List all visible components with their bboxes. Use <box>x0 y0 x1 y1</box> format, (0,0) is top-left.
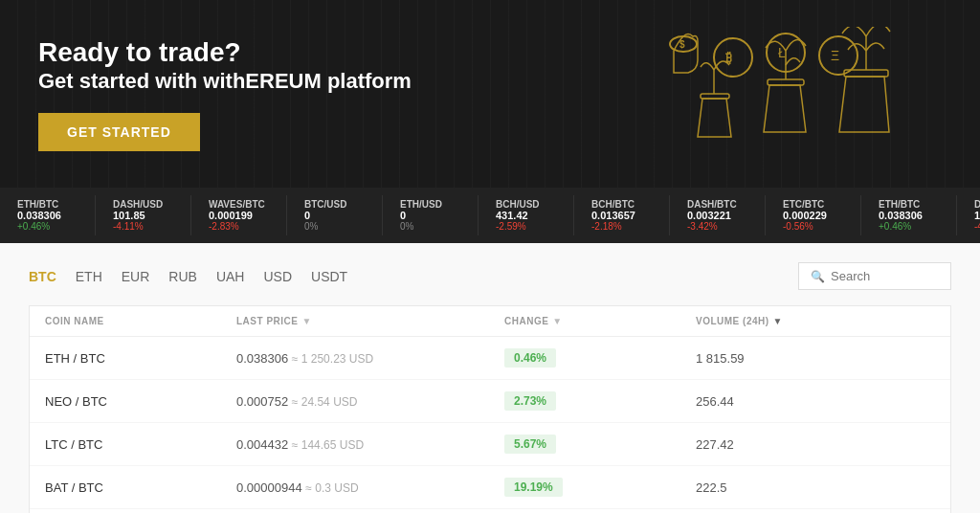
cell-price-approx: ≈ 1 250.23 USD <box>292 352 373 366</box>
ticker-item: ETC/BTC 0.000229 -0.56% <box>766 195 861 235</box>
cell-coin: BAT / BTC <box>45 480 236 495</box>
ticker-pair: BCH/BTC <box>591 199 652 210</box>
cell-coin: NEO / BTC <box>45 394 236 409</box>
ticker-item: ETH/BTC 0.038306 +0.46% <box>0 195 96 235</box>
cell-price-approx: ≈ 0.3 USD <box>305 481 358 495</box>
search-icon: 🔍 <box>811 270 825 283</box>
table-header: COIN NAMELAST PRICE ▼CHANGE ▼VOLUME (24H… <box>30 306 950 337</box>
ticker-item: DASH/BTC 0.003221 -3.42% <box>670 195 766 235</box>
cell-coin: LTC / BTC <box>45 437 236 452</box>
cell-price-approx: ≈ 24.54 USD <box>292 395 358 409</box>
svg-point-2 <box>714 38 752 77</box>
cell-change-badge: 0.46% <box>504 348 556 368</box>
cell-price-approx: ≈ 144.65 USD <box>292 438 364 452</box>
ticker-change: -2.59% <box>496 221 556 232</box>
ticker-pair: DASH/USD <box>974 199 980 210</box>
ticker-item: WAVES/BTC 0.000199 -2.83% <box>191 195 287 235</box>
ticker-change: -2.83% <box>209 221 269 232</box>
coin-table: COIN NAMELAST PRICE ▼CHANGE ▼VOLUME (24H… <box>29 305 951 513</box>
table-row[interactable]: BAT / BTC 0.00000944 ≈ 0.3 USD 19.19% 22… <box>30 466 950 509</box>
table-wrapper[interactable]: ETH / BTC 0.038306 ≈ 1 250.23 USD 0.46% … <box>30 337 950 513</box>
cell-change: 2.73% <box>504 391 696 411</box>
table-row[interactable]: ETH / BTC 0.038306 ≈ 1 250.23 USD 0.46% … <box>30 337 950 380</box>
tab-usd[interactable]: USD <box>263 265 292 288</box>
cell-volume: 222.5 <box>696 480 935 495</box>
th-change[interactable]: CHANGE ▼ <box>504 316 696 326</box>
sort-icon: ▼ <box>552 316 562 326</box>
hero-subtitle-suffix: platform <box>322 69 412 93</box>
tab-rub[interactable]: RUB <box>168 265 197 288</box>
hero-banner: Ready to trade? Get started with withERE… <box>0 0 980 188</box>
hero-left: Ready to trade? Get started with withERE… <box>38 36 412 151</box>
tab-usdt[interactable]: USDT <box>311 265 347 288</box>
ticker-pair: DASH/USD <box>113 199 173 210</box>
ticker-price: 431.42 <box>496 210 556 221</box>
tab-eth[interactable]: ETH <box>76 265 102 288</box>
ticker-change: -4.11% <box>113 221 173 232</box>
cell-change: 0.46% <box>504 348 696 368</box>
hero-subtitle-prefix: Get started with <box>38 69 203 93</box>
table-row[interactable]: NEO / BTC 0.000752 ≈ 24.54 USD 2.73% 256… <box>30 380 950 423</box>
ticker-price: 0.000229 <box>783 210 843 221</box>
svg-text:Ł: Ł <box>778 45 786 60</box>
cell-change: 5.67% <box>504 435 696 454</box>
ticker-item: BCH/BTC 0.013657 -2.18% <box>574 195 670 235</box>
ticker-price: 0.003221 <box>687 210 747 221</box>
search-input[interactable] <box>831 269 939 283</box>
ticker-price: 0.038306 <box>879 210 939 221</box>
ticker-pair: ETH/BTC <box>879 199 939 210</box>
hero-illustration: $ ₿ Ł Ξ <box>635 27 942 161</box>
ticker-item: ETH/BTC 0.038306 +0.46% <box>861 195 957 235</box>
cell-price: 0.004432 ≈ 144.65 USD <box>236 437 504 452</box>
sort-icon: ▼ <box>773 316 783 326</box>
ticker-item: BTC/USD 0 0% <box>287 195 383 235</box>
ticker-item: BCH/USD 431.42 -2.59% <box>479 195 574 235</box>
table-row[interactable]: LTC / BTC 0.004432 ≈ 144.65 USD 5.67% 22… <box>30 423 950 466</box>
th-volume----h-[interactable]: VOLUME (24H) ▼ <box>696 316 935 326</box>
ticker-bar: ETH/BTC 0.038306 +0.46% DASH/USD 101.85 … <box>0 188 980 243</box>
cell-price: 0.000752 ≈ 24.54 USD <box>236 394 504 409</box>
cell-change-badge: 5.67% <box>504 435 556 454</box>
ticker-change: -4.11% <box>974 221 980 232</box>
ticker-price: 0.000199 <box>209 210 269 221</box>
ticker-price: 0.038306 <box>17 210 78 221</box>
tab-btc[interactable]: BTC <box>29 265 56 288</box>
ticker-price: 101.85 <box>113 210 173 221</box>
tabs-container: BTCETHEURRUBUAHUSDUSDT <box>29 265 347 288</box>
get-started-button[interactable]: GET STARTED <box>38 113 200 151</box>
tab-uah[interactable]: UAH <box>216 265 245 288</box>
tab-bar: BTCETHEURRUBUAHUSDUSDT 🔍 <box>29 262 951 290</box>
ticker-price: 101.85 <box>974 210 980 221</box>
ticker-pair: WAVES/BTC <box>209 199 269 210</box>
ticker-change: 0% <box>304 221 365 232</box>
svg-rect-10 <box>768 79 804 85</box>
tab-eur[interactable]: EUR <box>122 265 150 288</box>
ticker-price: 0 <box>304 210 365 221</box>
main-content: BTCETHEURRUBUAHUSDUSDT 🔍 COIN NAMELAST P… <box>0 243 980 513</box>
ticker-item: ETH/USD 0 0% <box>383 195 479 235</box>
table-row[interactable]: XLM / BTC 0.00000856 ≈ 0.27 USD 0.35% 15… <box>30 509 950 513</box>
ticker-pair: ETC/BTC <box>783 199 843 210</box>
cell-price: 0.00000944 ≈ 0.3 USD <box>236 480 504 495</box>
svg-text:Ξ: Ξ <box>831 48 839 63</box>
hero-subtitle: Get started with withEREUM platform <box>38 69 412 94</box>
cell-price: 0.038306 ≈ 1 250.23 USD <box>236 351 504 366</box>
hero-brand: withEREUM <box>203 69 321 93</box>
cell-change-badge: 19.19% <box>504 478 563 497</box>
ticker-change: +0.46% <box>17 221 78 232</box>
cell-volume: 256.44 <box>696 394 935 409</box>
ticker-item: DASH/USD 101.85 -4.11% <box>96 195 191 235</box>
cell-change: 19.19% <box>504 478 696 497</box>
ticker-change: -2.18% <box>591 221 652 232</box>
cell-volume: 227.42 <box>696 437 935 452</box>
ticker-price: 0.013657 <box>591 210 652 221</box>
ticker-change: +0.46% <box>879 221 939 232</box>
ticker-pair: ETH/BTC <box>17 199 78 210</box>
cell-coin: ETH / BTC <box>45 351 236 366</box>
ticker-pair: BCH/USD <box>496 199 556 210</box>
search-box[interactable]: 🔍 <box>798 262 951 290</box>
ticker-change: 0% <box>400 221 460 232</box>
th-coin-name: COIN NAME <box>45 316 236 326</box>
table-body: ETH / BTC 0.038306 ≈ 1 250.23 USD 0.46% … <box>30 337 950 513</box>
th-last-price[interactable]: LAST PRICE ▼ <box>236 316 504 326</box>
